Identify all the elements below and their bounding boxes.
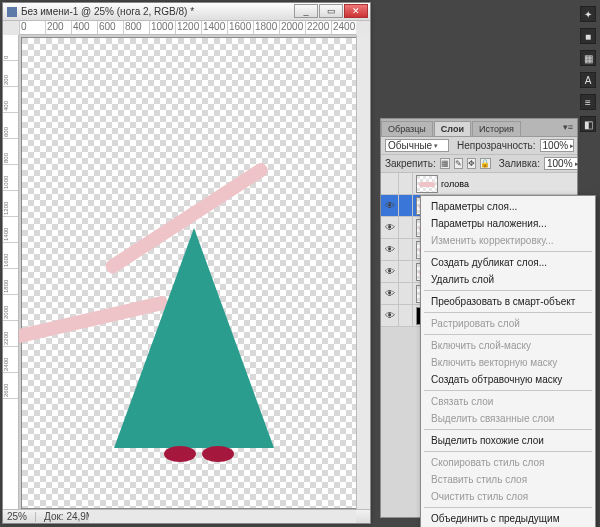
menu-item: Выделить связанные слои bbox=[421, 410, 595, 427]
visibility-toggle[interactable]: 👁 bbox=[381, 305, 399, 326]
dock-icon[interactable]: ■ bbox=[580, 28, 596, 44]
ruler-tick: 1600 bbox=[3, 243, 18, 269]
menu-item[interactable]: Объединить с предыдущим bbox=[421, 510, 595, 527]
ruler-tick: 1200 bbox=[3, 191, 18, 217]
ruler-tick: 2600 bbox=[3, 373, 18, 399]
zoom-level[interactable]: 25% bbox=[7, 511, 27, 522]
ruler-tick: 400 bbox=[3, 87, 18, 113]
lock-position-icon[interactable]: ✥ bbox=[467, 158, 476, 169]
lock-row: Закрепить: ▦ ✎ ✥ 🔒 Заливка: 100% ▸ bbox=[381, 155, 577, 173]
lock-pixels-icon[interactable]: ✎ bbox=[454, 158, 463, 169]
fill-input[interactable]: 100% ▸ bbox=[544, 157, 578, 170]
visibility-toggle[interactable]: 👁 bbox=[381, 261, 399, 282]
ruler-tick: 2000 bbox=[279, 21, 305, 34]
layer-context-menu: Параметры слоя...Параметры наложения...И… bbox=[420, 195, 596, 527]
layer-row[interactable]: голова bbox=[381, 173, 577, 195]
link-column[interactable] bbox=[399, 195, 413, 216]
chevron-right-icon: ▸ bbox=[570, 142, 574, 150]
ruler-tick: 1800 bbox=[253, 21, 279, 34]
document-icon bbox=[7, 7, 17, 17]
menu-item: Растрировать слой bbox=[421, 315, 595, 332]
document-window: Без имени-1 @ 25% (нога 2, RGB/8) * _ ▭ … bbox=[2, 2, 371, 524]
canvas[interactable] bbox=[21, 37, 356, 509]
ruler-tick: 600 bbox=[97, 21, 123, 34]
title-bar[interactable]: Без имени-1 @ 25% (нога 2, RGB/8) * _ ▭ … bbox=[3, 3, 370, 21]
ruler-tick: 1600 bbox=[227, 21, 253, 34]
visibility-toggle[interactable]: 👁 bbox=[381, 283, 399, 304]
artwork-foot-left bbox=[164, 446, 196, 462]
artwork-body-triangle bbox=[114, 228, 274, 448]
fill-label: Заливка: bbox=[499, 158, 540, 169]
panel-menu-icon[interactable]: ▾≡ bbox=[563, 122, 573, 132]
menu-item[interactable]: Создать обтравочную маску bbox=[421, 371, 595, 388]
link-column[interactable] bbox=[399, 173, 413, 194]
dock-icon[interactable]: ✦ bbox=[580, 6, 596, 22]
link-column[interactable] bbox=[399, 217, 413, 238]
menu-item[interactable]: Преобразовать в смарт-объект bbox=[421, 293, 595, 310]
link-column[interactable] bbox=[399, 261, 413, 282]
menu-item: Вставить стиль слоя bbox=[421, 471, 595, 488]
visibility-toggle[interactable] bbox=[381, 173, 399, 194]
ruler-tick: 1800 bbox=[3, 269, 18, 295]
opacity-input[interactable]: 100% ▸ bbox=[540, 139, 574, 152]
dock-icon[interactable]: ◧ bbox=[580, 116, 596, 132]
visibility-toggle[interactable]: 👁 bbox=[381, 239, 399, 260]
link-column[interactable] bbox=[399, 305, 413, 326]
menu-item[interactable]: Параметры наложения... bbox=[421, 215, 595, 232]
canvas-area[interactable] bbox=[19, 35, 356, 509]
ruler-tick: 2400 bbox=[3, 347, 18, 373]
ruler-tick: 2200 bbox=[305, 21, 331, 34]
ruler-tick: 800 bbox=[3, 139, 18, 165]
menu-item[interactable]: Выделить похожие слои bbox=[421, 432, 595, 449]
maximize-button[interactable]: ▭ bbox=[319, 4, 343, 18]
menu-item[interactable]: Удалить слой bbox=[421, 271, 595, 288]
panel-tabs: Образцы Слои История ▾≡ bbox=[381, 119, 577, 137]
blend-mode-select[interactable]: Обычные ▾ bbox=[385, 139, 449, 152]
ruler-tick: 600 bbox=[3, 113, 18, 139]
dock-icon[interactable]: A bbox=[580, 72, 596, 88]
ruler-tick: 200 bbox=[3, 61, 18, 87]
blend-mode-value: Обычные bbox=[388, 140, 432, 151]
chevron-right-icon: ▸ bbox=[575, 160, 579, 168]
menu-separator bbox=[424, 334, 592, 335]
menu-separator bbox=[424, 429, 592, 430]
minimize-button[interactable]: _ bbox=[294, 4, 318, 18]
tab-layers[interactable]: Слои bbox=[434, 121, 471, 136]
menu-item[interactable]: Параметры слоя... bbox=[421, 198, 595, 215]
menu-item: Связать слои bbox=[421, 393, 595, 410]
menu-separator bbox=[424, 451, 592, 452]
visibility-toggle[interactable]: 👁 bbox=[381, 195, 399, 216]
link-column[interactable] bbox=[399, 283, 413, 304]
link-column[interactable] bbox=[399, 239, 413, 260]
tab-swatches[interactable]: Образцы bbox=[381, 121, 433, 136]
menu-item: Включить векторную маску bbox=[421, 354, 595, 371]
layer-name[interactable]: голова bbox=[441, 179, 577, 189]
lock-transparency-icon[interactable]: ▦ bbox=[440, 158, 450, 169]
ruler-tick: 2200 bbox=[3, 321, 18, 347]
scrollbar-vertical[interactable] bbox=[356, 35, 370, 509]
lock-all-icon[interactable]: 🔒 bbox=[480, 158, 491, 169]
visibility-toggle[interactable]: 👁 bbox=[381, 217, 399, 238]
ruler-tick: 2000 bbox=[3, 295, 18, 321]
menu-item: Очистить стиль слоя bbox=[421, 488, 595, 505]
opacity-label: Непрозрачность: bbox=[457, 140, 536, 151]
layer-thumbnail[interactable] bbox=[416, 175, 438, 193]
ruler-tick: 0 bbox=[19, 21, 45, 34]
ruler-vertical[interactable]: 0200400600800100012001400160018002000220… bbox=[3, 35, 19, 509]
tab-history[interactable]: История bbox=[472, 121, 521, 136]
menu-separator bbox=[424, 312, 592, 313]
ruler-horizontal[interactable]: 0200400600800100012001400160018002000220… bbox=[19, 21, 356, 35]
menu-item: Скопировать стиль слоя bbox=[421, 454, 595, 471]
dock-icon[interactable]: ≡ bbox=[580, 94, 596, 110]
ruler-tick: 800 bbox=[123, 21, 149, 34]
ruler-tick: 2400 bbox=[331, 21, 356, 34]
ruler-tick: 200 bbox=[45, 21, 71, 34]
lock-label: Закрепить: bbox=[385, 158, 436, 169]
menu-separator bbox=[424, 390, 592, 391]
window-controls: _ ▭ ✕ bbox=[293, 4, 368, 18]
dock-icon[interactable]: ▦ bbox=[580, 50, 596, 66]
artwork-foot-right bbox=[202, 446, 234, 462]
close-button[interactable]: ✕ bbox=[344, 4, 368, 18]
scrollbar-horizontal[interactable] bbox=[89, 509, 356, 523]
menu-item[interactable]: Создать дубликат слоя... bbox=[421, 254, 595, 271]
